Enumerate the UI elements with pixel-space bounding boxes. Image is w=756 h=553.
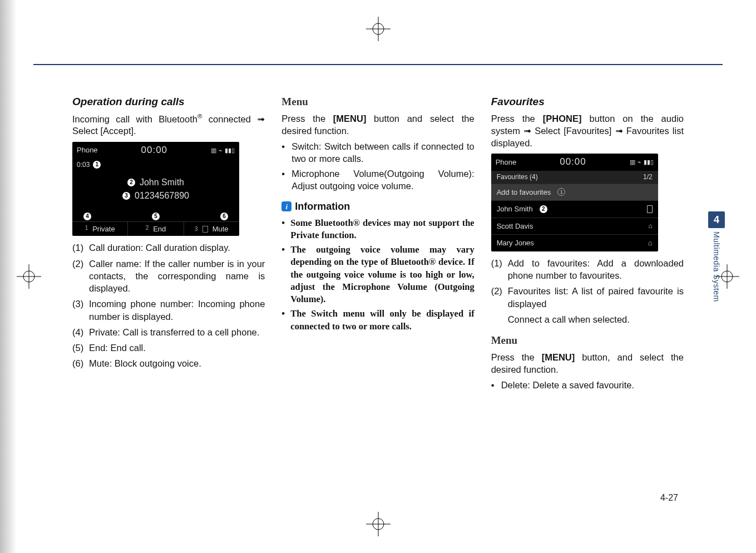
list-item: (2)Favourites list: A list of paired fav…	[491, 285, 684, 310]
mobile-icon	[647, 205, 653, 213]
bullet-switch: •Switch: Switch between calls if connect…	[281, 140, 474, 165]
list-item: (5)End: End call.	[72, 342, 265, 354]
favourites-mock: Phone 00:00 ▥ ⌁ ▮▮▯ Favourites (4) 1/2 A…	[491, 154, 658, 251]
list-item: (1)Add to favourites: Add a downloaded p…	[491, 257, 684, 282]
signal-icon: ▮▮▯	[225, 146, 235, 155]
menu-intro: Press the [MENU] button and select the d…	[281, 112, 474, 137]
mute-icon	[202, 226, 208, 233]
bluetooth-icon: ⌁	[638, 158, 641, 166]
registration-mark-icon	[715, 264, 739, 289]
callout-6: 6	[220, 213, 228, 220]
registration-mark-icon	[17, 264, 41, 289]
page-number: 4-27	[660, 493, 678, 503]
caller-number-row: 3 01234567890	[72, 189, 239, 203]
caller-info: 2 John Smith 3 01234567890	[72, 170, 239, 213]
manual-page: Operation during calls Incoming call wit…	[0, 0, 756, 553]
phone-call-mock: Phone 00:00 ▥ ⌁ ▮▮▯ 0:03 1 2 John Smith	[72, 142, 239, 236]
caller-name-row: 2 John Smith	[72, 176, 239, 189]
favourites-intro: Press the [PHONE] button on the audio sy…	[491, 112, 684, 150]
tab-chapter-number: 4	[708, 211, 725, 228]
columns: Operation during calls Incoming call wit…	[72, 95, 684, 394]
battery-icon: ▥	[630, 158, 635, 166]
callout-legend: (1)Call duration: Call duration display.…	[72, 241, 265, 369]
info-label: Information	[295, 200, 350, 213]
subtitle-text: Favourites (4)	[497, 172, 538, 181]
list-item: (6)Mute: Block outgoing voice.	[72, 357, 265, 369]
info-item: •The Switch menu will only be displayed …	[281, 308, 474, 333]
duration-value: 0:03	[77, 160, 90, 169]
call-duration-row: 0:03 1	[72, 159, 239, 170]
info-icon: i	[281, 201, 291, 211]
bluetooth-icon: ⌁	[219, 146, 223, 155]
screen-title: Phone	[77, 145, 98, 155]
registration-mark-icon	[366, 17, 391, 41]
heading-favourites: Favourites	[491, 95, 684, 109]
status-bar: Phone 00:00 ▥ ⌁ ▮▮▯	[72, 142, 239, 159]
header-rule	[33, 64, 723, 65]
intro-operation: Incoming call with Bluetooth® connected …	[72, 112, 265, 137]
heading-menu-2: Menu	[491, 333, 684, 348]
callout-2: 2	[127, 179, 135, 186]
fav-item: John Smith 2	[491, 200, 658, 218]
page-indicator: 1/2	[643, 172, 653, 181]
home-icon: ⌂	[648, 238, 653, 248]
key-label: Private	[92, 224, 115, 234]
softkey-end: 2 End	[128, 222, 184, 236]
battery-icon: ▥	[211, 146, 216, 155]
callout-row: 4 5 6	[72, 213, 239, 221]
key-num: 3	[195, 225, 198, 233]
key-num: 1	[85, 224, 88, 234]
fav-item: Scott Davis ⌂	[491, 218, 658, 235]
menu-button-label: [MENU]	[333, 113, 367, 124]
softkey-private: 1 Private	[72, 222, 128, 236]
column-3: Favourites Press the [PHONE] button on t…	[491, 95, 684, 394]
key-label: Mute	[213, 224, 229, 234]
heading-menu: Menu	[281, 95, 474, 109]
fav-item-add: Add to favourites 1	[491, 184, 658, 201]
bullet-mic-volume: •Microphone Volume(Outgoing Volume): Adj…	[281, 167, 474, 192]
office-icon: ⌂	[648, 221, 652, 230]
heading-operation: Operation during calls	[72, 95, 265, 109]
info-item: •The outgoing voice volume may vary depe…	[281, 244, 474, 305]
clock: 00:00	[560, 156, 586, 169]
caller-number: 01234567890	[135, 189, 189, 203]
softkey-mute: 3 Mute	[184, 222, 239, 236]
fav-legend: (1)Add to favourites: Add a downloaded p…	[491, 257, 684, 325]
registration-mark-icon	[366, 512, 391, 536]
list-item: (4)Private: Call is transferred to a cel…	[72, 326, 265, 338]
info-heading: i Information	[281, 200, 474, 213]
screen-title: Phone	[496, 157, 517, 167]
caller-name: John Smith	[140, 176, 184, 189]
menu2-intro: Press the [MENU] button, and select the …	[491, 351, 684, 376]
text: Incoming call with Bluetooth	[72, 113, 197, 124]
callout-1: 1	[93, 161, 101, 169]
list-item: (1)Call duration: Call duration display.	[72, 241, 265, 254]
status-icons: ▥ ⌁ ▮▮▯	[211, 146, 235, 155]
callout-5: 5	[152, 213, 160, 220]
fav-item: Mary Jones ⌂	[491, 234, 658, 251]
bullet-delete: •Delete: Delete a saved favourite.	[491, 379, 684, 391]
favourites-subtitle: Favourites (4) 1/2	[491, 171, 658, 183]
info-list: •Some Bluetooth® devices may not support…	[281, 217, 474, 333]
menu-button-label: [MENU]	[542, 352, 575, 362]
info-item: •Some Bluetooth® devices may not support…	[281, 217, 474, 242]
softkey-row: 1 Private 2 End 3 M	[72, 221, 239, 236]
list-item: Connect a call when selected.	[491, 313, 684, 325]
callout-1: 1	[557, 188, 565, 196]
status-bar: Phone 00:00 ▥ ⌁ ▮▮▯	[491, 154, 658, 171]
key-label: End	[153, 224, 166, 234]
callout-4: 4	[83, 213, 91, 220]
column-2: Menu Press the [MENU] button and select …	[281, 95, 474, 394]
signal-icon: ▮▮▯	[644, 158, 654, 166]
column-1: Operation during calls Incoming call wit…	[72, 95, 265, 394]
list-item: (3)Incoming phone number: Incoming phone…	[72, 298, 265, 323]
key-num: 2	[146, 224, 149, 234]
status-icons: ▥ ⌁ ▮▮▯	[630, 158, 654, 166]
clock: 00:00	[141, 144, 168, 157]
phone-button-label: [PHONE]	[543, 113, 582, 124]
callout-3: 3	[122, 192, 130, 200]
list-item: (2)Caller name: If the caller number is …	[72, 258, 265, 295]
callout-2: 2	[540, 205, 547, 213]
